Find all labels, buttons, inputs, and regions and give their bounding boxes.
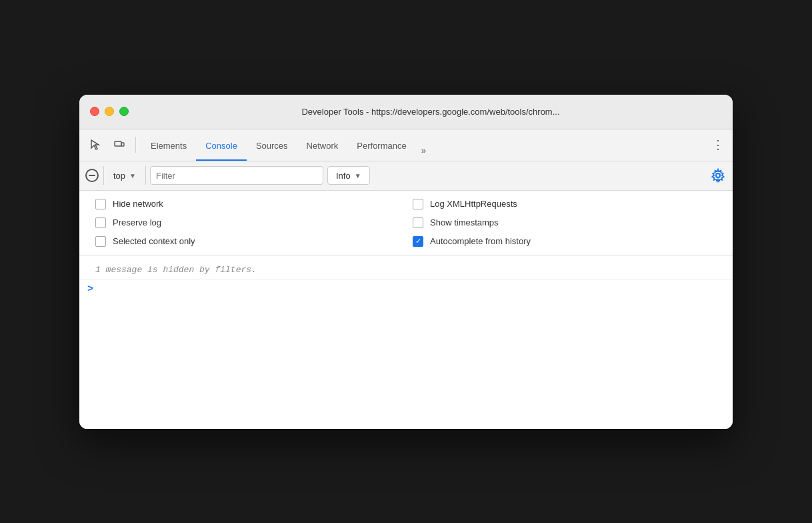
toolbar-divider: [135, 137, 136, 153]
setting-show-timestamps: Show timestamps: [413, 217, 717, 228]
console-input-row: >: [79, 280, 733, 299]
console-content: 1 message is hidden by filters. >: [79, 255, 733, 429]
device-icon: [113, 139, 125, 151]
tab-console[interactable]: Console: [196, 132, 247, 161]
log-xmlhttp-checkbox[interactable]: [413, 199, 423, 209]
svg-rect-1: [121, 143, 124, 146]
window-title: Developer Tools - https://developers.goo…: [139, 107, 722, 117]
tab-bar: Elements Console Sources Network Perform…: [141, 129, 706, 161]
tab-overflow-button[interactable]: »: [416, 140, 431, 161]
minimize-button[interactable]: [105, 107, 114, 116]
svg-rect-0: [115, 141, 121, 146]
show-timestamps-checkbox[interactable]: [413, 217, 423, 228]
more-options-button[interactable]: ⋮: [709, 135, 727, 154]
log-level-select[interactable]: Info ▼: [327, 166, 370, 185]
console-toolbar-divider: [103, 166, 104, 185]
inspect-element-button[interactable]: [85, 134, 106, 155]
clear-console-button[interactable]: [85, 168, 99, 183]
hide-network-checkbox[interactable]: [95, 199, 106, 209]
context-dropdown-arrow: ▼: [129, 172, 136, 179]
setting-autocomplete-history: Autocomplete from history: [413, 236, 717, 247]
maximize-button[interactable]: [119, 107, 129, 116]
autocomplete-history-checkbox[interactable]: [413, 236, 423, 247]
context-selector[interactable]: top ▼: [108, 168, 141, 183]
console-prompt[interactable]: >: [87, 284, 93, 295]
cursor-icon: [89, 139, 101, 151]
hidden-message: 1 message is hidden by filters.: [79, 261, 733, 280]
preserve-log-checkbox[interactable]: [95, 217, 106, 228]
traffic-lights: [90, 107, 129, 116]
selected-context-checkbox[interactable]: [95, 236, 106, 247]
setting-preserve-log: Preserve log: [95, 217, 399, 228]
device-toggle-button[interactable]: [109, 134, 130, 155]
close-button[interactable]: [90, 107, 99, 116]
devtools-window: Developer Tools - https://developers.goo…: [79, 95, 733, 429]
level-dropdown-arrow: ▼: [355, 172, 361, 179]
setting-selected-context: Selected context only: [95, 236, 399, 247]
tab-performance[interactable]: Performance: [347, 132, 415, 161]
tab-sources[interactable]: Sources: [247, 132, 297, 161]
console-filter-input[interactable]: [150, 166, 323, 185]
title-bar: Developer Tools - https://developers.goo…: [79, 95, 733, 129]
svg-point-2: [716, 173, 720, 177]
tab-elements[interactable]: Elements: [141, 132, 196, 161]
main-toolbar: Elements Console Sources Network Perform…: [79, 129, 733, 161]
settings-panel: Hide network Log XMLHttpRequests Preserv…: [79, 191, 733, 255]
tab-network[interactable]: Network: [297, 132, 348, 161]
console-toolbar-divider2: [145, 166, 146, 185]
gear-icon: [711, 168, 725, 183]
console-settings-button[interactable]: [709, 166, 727, 185]
console-toolbar: top ▼ Info ▼: [79, 161, 733, 191]
setting-log-xmlhttp: Log XMLHttpRequests: [413, 199, 717, 209]
no-entry-icon: [85, 169, 99, 182]
setting-hide-network: Hide network: [95, 199, 399, 209]
